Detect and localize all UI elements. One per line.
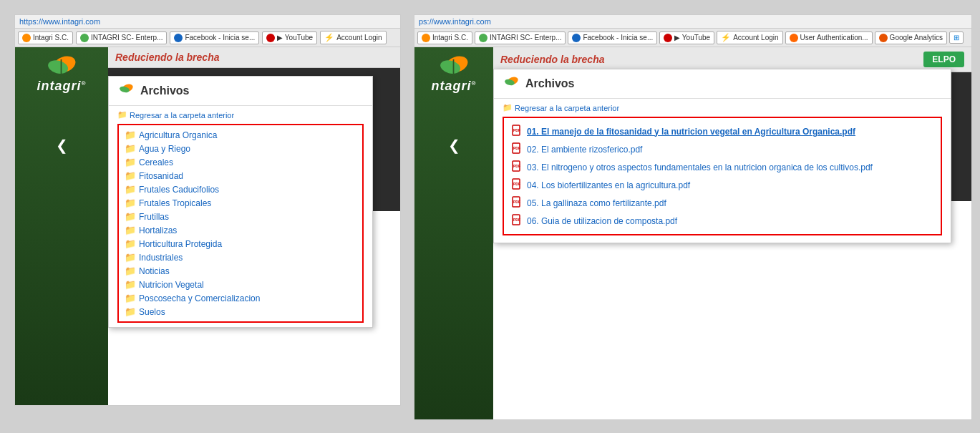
folder-item-agricultura[interactable]: 📁 Agricultura Organica — [125, 128, 356, 142]
left-regresar-link[interactable]: 📁 Regresar a la carpeta anterior — [117, 110, 364, 120]
svg-text:PDF: PDF — [513, 218, 520, 222]
folder-item-industriales[interactable]: 📁 Industriales — [125, 250, 356, 264]
right-tab-login[interactable]: ⚡ Account Login — [717, 31, 782, 44]
right-archivos-header: Archivos — [494, 69, 951, 99]
left-archivos-header: Archivos — [109, 77, 372, 106]
folder-icon-3: 📁 — [125, 170, 136, 181]
logo-leaf-svg — [45, 53, 77, 82]
pdf-item-1[interactable]: PDF 02. El ambiente rizosferico.pdf — [511, 140, 933, 158]
right-tab-analytics[interactable]: Google Analytics — [875, 31, 948, 44]
right-regresar-link[interactable]: 📁 Regresar a la carpeta anterior — [503, 103, 942, 112]
rtab-label-intagri: Intagri S.C. — [432, 34, 468, 42]
folder-label-4: Frutales Caducifolios — [139, 185, 219, 195]
folder-item-cereales[interactable]: 📁 Cereales — [125, 155, 356, 169]
left-main-area: Reduciendo la brecha M Alm Del 06 Archiv… — [108, 47, 400, 405]
pdf-label-3: 04. Los biofertilizantes en la agricultu… — [527, 180, 690, 190]
rtab-favicon-youtube — [664, 34, 672, 42]
right-archivos-modal: Archivos 📁 Regresar a la carpeta anterio… — [493, 69, 951, 243]
right-green-button[interactable]: ELPO — [923, 52, 964, 67]
left-tab-bar: Intagri S.C. INTAGRI SC- Enterp... Faceb… — [15, 29, 400, 47]
rtab-favicon-auth — [790, 34, 798, 42]
right-archivos-content: 📁 Regresar a la carpeta anterior PDF 01.… — [494, 99, 951, 243]
svg-text:PDF: PDF — [513, 200, 520, 204]
folder-item-tropicales[interactable]: 📁 Frutales Tropicales — [125, 196, 356, 210]
pdf-icon-0: PDF — [511, 125, 523, 138]
folder-icon-13: 📁 — [125, 306, 136, 317]
rtab-label-enterp: INTAGRI SC- Enterp... — [490, 34, 561, 42]
folder-label-5: Frutales Tropicales — [139, 198, 211, 208]
pdf-item-2[interactable]: PDF 03. El nitrogeno y otros aspectos fu… — [511, 158, 933, 176]
folder-item-nutricion[interactable]: 📁 Nutricion Vegetal — [125, 278, 356, 291]
folder-item-caducifolios[interactable]: 📁 Frutales Caducifolios — [125, 183, 356, 196]
pdf-item-4[interactable]: PDF 05. La gallinaza como fertilizante.p… — [511, 194, 933, 212]
logo-text-left: intagri® — [37, 79, 87, 94]
right-tab-auth[interactable]: User Authentication... — [785, 31, 873, 44]
left-archivos-content: 📁 Regresar a la carpeta anterior 📁 Agric… — [109, 106, 372, 327]
pdf-label-0: 01. El manejo de la fitosanidad y la nut… — [527, 127, 855, 137]
folder-label-6: Frutillas — [139, 212, 169, 222]
folder-item-fitosanidad[interactable]: 📁 Fitosanidad — [125, 169, 356, 183]
left-tab-login[interactable]: ⚡ Account Login — [320, 31, 386, 44]
right-tab-youtube[interactable]: ▶ YouTube — [659, 31, 714, 44]
folder-item-frutillas[interactable]: 📁 Frutillas — [125, 210, 356, 223]
right-tab-facebook[interactable]: Facebook - Inicia se... — [568, 31, 657, 44]
right-tab-intagri[interactable]: Intagri S.C. — [417, 31, 472, 44]
folder-icon-2: 📁 — [125, 157, 136, 167]
left-browser-panel: https://www.intagri.com Intagri S.C. INT… — [14, 14, 401, 406]
folder-item-hortalizas[interactable]: 📁 Hortalizas — [125, 223, 356, 237]
folder-item-agua[interactable]: 📁 Agua y Riego — [125, 142, 356, 155]
folder-item-protegida[interactable]: 📁 Horticultura Protegida — [125, 237, 356, 250]
left-tab-enterp[interactable]: INTAGRI SC- Enterp... — [76, 31, 167, 44]
pdf-item-0[interactable]: PDF 01. El manejo de la fitosanidad y la… — [511, 122, 933, 140]
right-nav-arrow[interactable]: ❮ — [448, 137, 460, 154]
right-tab-enterp[interactable]: INTAGRI SC- Enterp... — [475, 31, 566, 44]
left-url-bar[interactable]: https://www.intagri.com — [15, 15, 400, 29]
right-tab-windows[interactable]: ⊞ — [949, 31, 964, 44]
left-tab-intagri[interactable]: Intagri S.C. — [18, 31, 73, 44]
folder-label-13: Suelos — [139, 307, 165, 317]
pdf-icon-5: PDF — [511, 214, 523, 228]
folder-item-noticias[interactable]: 📁 Noticias — [125, 264, 356, 278]
right-website-content: ntagri® ❮ Reduciendo la brecha ELPO Mást… — [414, 47, 971, 419]
right-url-bar[interactable]: ps://www.intagri.com — [414, 15, 971, 29]
left-folder-list: 📁 Agricultura Organica 📁 Agua y Riego 📁 … — [117, 124, 364, 323]
left-tab-facebook[interactable]: Facebook - Inicia se... — [170, 31, 259, 44]
pdf-icon-3: PDF — [511, 178, 523, 192]
tab-favicon-enterp — [80, 34, 89, 42]
folder-icon-10: 📁 — [125, 266, 136, 276]
folder-label-12: Poscosecha y Comercializacion — [139, 293, 260, 303]
rtab-label-facebook: Facebook - Inicia se... — [583, 34, 653, 42]
right-logo-word: ntagri — [432, 79, 472, 93]
right-pdf-list: PDF 01. El manejo de la fitosanidad y la… — [503, 117, 942, 235]
folder-item-poscosecha[interactable]: 📁 Poscosecha y Comercializacion — [125, 291, 356, 305]
archivos-header-icon — [117, 82, 135, 99]
pdf-icon-2: PDF — [511, 160, 523, 174]
right-regresar-folder-icon: 📁 — [503, 103, 513, 112]
right-archivos-header-icon — [503, 75, 520, 92]
left-nav-arrow[interactable]: ❮ — [56, 137, 68, 154]
left-tab-youtube[interactable]: ▶ YouTube — [262, 31, 317, 44]
logo-word: intagri — [37, 79, 82, 93]
right-reduciendo-text: Reduciendo la brecha — [500, 54, 604, 65]
folder-item-suelos[interactable]: 📁 Suelos — [125, 305, 356, 318]
folder-label-2: Cereales — [139, 157, 173, 167]
left-archivos-title: Archivos — [140, 84, 189, 97]
pdf-label-2: 03. El nitrogeno y otros aspectos fundam… — [527, 162, 873, 172]
left-website-content: intagri® ❮ Reduciendo la brecha M Alm De… — [15, 47, 400, 405]
rtab-label-auth: User Authentication... — [800, 34, 868, 42]
rtab-label-analytics: Google Analytics — [890, 34, 943, 42]
rtab-favicon-facebook — [572, 34, 581, 42]
folder-icon-1: 📁 — [125, 143, 136, 154]
rtab-label-youtube: ▶ YouTube — [674, 34, 710, 42]
folder-icon-6: 📁 — [125, 211, 136, 222]
folder-label-3: Fitosanidad — [139, 171, 183, 181]
right-logo-leaf-svg — [437, 53, 470, 82]
folder-icon-8: 📁 — [125, 238, 136, 249]
pdf-item-3[interactable]: PDF 04. Los biofertilizantes en la agric… — [511, 176, 933, 194]
left-archivos-modal: Archivos 📁 Regresar a la carpeta anterio… — [108, 76, 373, 328]
right-archivos-title: Archivos — [525, 77, 574, 90]
rtab-favicon-enterp — [479, 34, 487, 42]
pdf-item-5[interactable]: PDF 06. Guia de utilizacion de composta.… — [511, 212, 933, 230]
folder-icon-11: 📁 — [125, 279, 136, 290]
regresar-folder-icon: 📁 — [117, 110, 127, 120]
